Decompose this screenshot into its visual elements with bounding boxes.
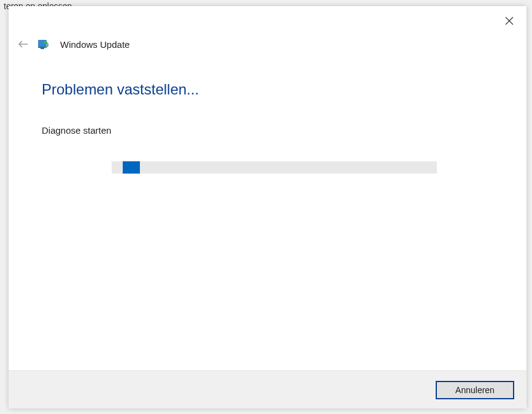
progress-indicator <box>123 161 140 174</box>
svg-rect-5 <box>40 48 44 49</box>
windows-update-icon <box>38 39 52 50</box>
close-button[interactable] <box>499 11 519 31</box>
dialog-title: Windows Update <box>60 39 129 50</box>
back-button[interactable] <box>17 38 29 50</box>
status-text: Diagnose starten <box>42 125 491 136</box>
dialog-header: Windows Update <box>9 6 526 50</box>
svg-rect-4 <box>38 47 47 48</box>
close-icon <box>505 17 514 25</box>
dialog-footer: Annuleren <box>9 370 526 408</box>
troubleshooter-dialog: Windows Update Problemen vaststellen... … <box>9 6 526 408</box>
cancel-button[interactable]: Annuleren <box>436 381 514 399</box>
progress-bar <box>112 161 437 174</box>
main-heading: Problemen vaststellen... <box>42 81 491 98</box>
arrow-left-icon <box>18 40 29 48</box>
dialog-content: Problemen vaststellen... Diagnose starte… <box>9 50 526 370</box>
